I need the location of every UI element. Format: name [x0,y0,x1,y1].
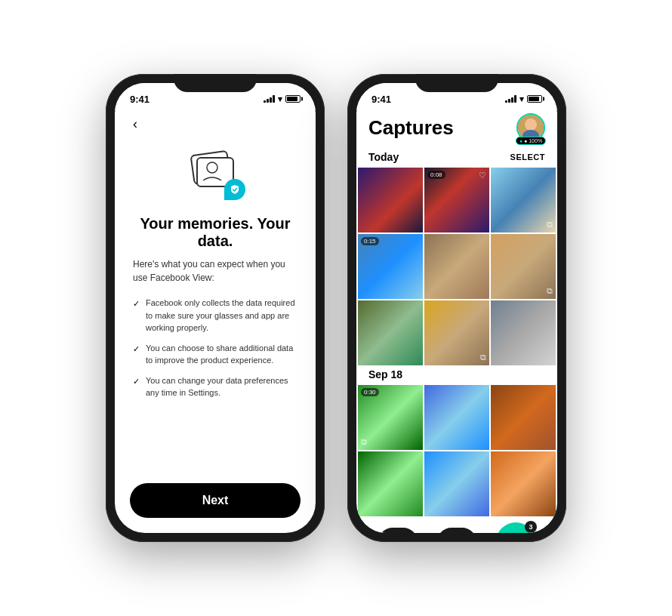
signal-bar-r3 [511,97,513,103]
video-duration-2: 0:15 [361,237,379,245]
privacy-title: Your memories. Your data. [133,215,297,250]
video-duration-1: 0:08 [427,171,445,179]
photo-cell-6[interactable]: ⧉ [491,234,556,299]
heart-tab[interactable]: ♡ [437,528,476,533]
privacy-icon [185,147,245,200]
check-icon-1: ✓ [133,297,140,310]
next-button[interactable]: Next [130,483,301,518]
photo-cell-4[interactable]: 0:15 [358,234,423,299]
svg-point-5 [525,119,537,131]
wifi-icon: ▾ [278,94,282,104]
signal-bars [264,95,275,103]
photo-11 [424,385,489,450]
back-arrow[interactable]: ‹ [133,116,137,132]
battery-icon [285,95,301,103]
left-phone: 9:41 ▾ ‹ [106,74,325,542]
privacy-icon-area [133,147,297,200]
privacy-point-text-2: You can choose to share additional data … [146,342,297,367]
today-section-header: Today SELECT [356,148,557,168]
privacy-content: ‹ [115,110,316,483]
copy-icon-1: ⧉ [547,220,553,229]
privacy-point-2: ✓ You can choose to share additional dat… [133,342,297,367]
photo-cell-2[interactable]: 0:08 ♡ [424,168,489,233]
copy-icon-4: ⧉ [361,437,367,447]
bottom-tabs: All ♡ ⬇ 3 [356,516,557,533]
notch-right [415,74,498,92]
privacy-points: ✓ Facebook only collects the data requir… [133,297,297,407]
photo-9 [491,300,556,365]
photo-cell-8[interactable]: ⧉ [424,300,489,365]
sep18-label: Sep 18 [368,368,402,380]
photo-cell-15[interactable] [491,451,556,516]
captures-content: Captures ● ● 100% [356,110,557,533]
photo-5 [424,234,489,299]
status-time-right: 9:41 [371,94,391,105]
photo-cell-10[interactable]: 0:30 ⧉ [358,385,423,450]
photo-7 [358,300,423,365]
avatar-percentage: ● ● 100% [516,137,546,145]
signal-bar-r1 [505,100,507,103]
download-tab[interactable]: ⬇ 3 [496,522,535,533]
avatar-container: ● ● 100% [516,113,545,142]
today-photo-grid: 0:08 ♡ ⧉ 0:15 ⧉ [356,168,557,365]
all-tab[interactable]: All [378,528,418,533]
notch [174,74,257,92]
photo-cell-1[interactable] [358,168,423,233]
photo-cell-12[interactable] [491,385,556,450]
status-icons-right: ▾ [505,94,542,104]
privacy-subtitle: Here's what you can expect when you use … [133,257,297,285]
next-button-area: Next [115,483,316,533]
sep18-section-header: Sep 18 [356,365,557,385]
captures-title: Captures [368,116,454,140]
privacy-point-1: ✓ Facebook only collects the data requir… [133,297,297,334]
signal-bar-4 [273,95,275,103]
privacy-point-text-1: Facebook only collects the data required… [146,297,297,334]
signal-bars-right [505,95,516,103]
signal-bar-1 [264,100,266,103]
battery-fill [287,97,297,101]
photo-cell-3[interactable]: ⧉ [491,168,556,233]
photo-14 [424,451,489,516]
photo-cell-11[interactable] [424,385,489,450]
status-time-left: 9:41 [130,94,150,105]
select-button[interactable]: SELECT [510,152,545,162]
status-icons-left: ▾ [264,94,301,104]
heart-icon-1: ♡ [479,171,486,180]
photo-1 [358,168,423,233]
battery-icon-right [527,95,542,103]
signal-bar-3 [270,97,272,103]
video-duration-3: 0:30 [361,388,379,396]
battery-fill-right [529,97,539,101]
check-icon-3: ✓ [133,375,140,388]
privacy-point-text-3: You can change your data preferences any… [146,374,297,399]
photo-13 [358,451,423,516]
signal-bar-2 [267,99,269,103]
photo-cell-13[interactable] [358,451,423,516]
photo-cell-9[interactable] [491,300,556,365]
captures-header: Captures ● ● 100% [356,110,557,148]
wifi-icon-right: ▾ [519,94,524,104]
download-badge: 3 [525,521,537,533]
signal-bar-r2 [508,99,510,103]
sep18-photo-grid: 0:30 ⧉ [356,385,557,516]
shield-badge-icon [224,179,245,200]
photo-cell-14[interactable] [424,451,489,516]
check-icon-2: ✓ [133,343,140,356]
copy-icon-3: ⧉ [480,353,486,362]
signal-bar-r4 [514,95,516,103]
privacy-point-3: ✓ You can change your data preferences a… [133,374,297,399]
photo-cell-7[interactable] [358,300,423,365]
photo-12 [491,385,556,450]
photo-15 [491,451,556,516]
copy-icon-2: ⧉ [547,286,553,296]
right-phone: 9:41 ▾ Captures [347,74,566,542]
today-label: Today [368,151,399,163]
photo-cell-5[interactable] [424,234,489,299]
